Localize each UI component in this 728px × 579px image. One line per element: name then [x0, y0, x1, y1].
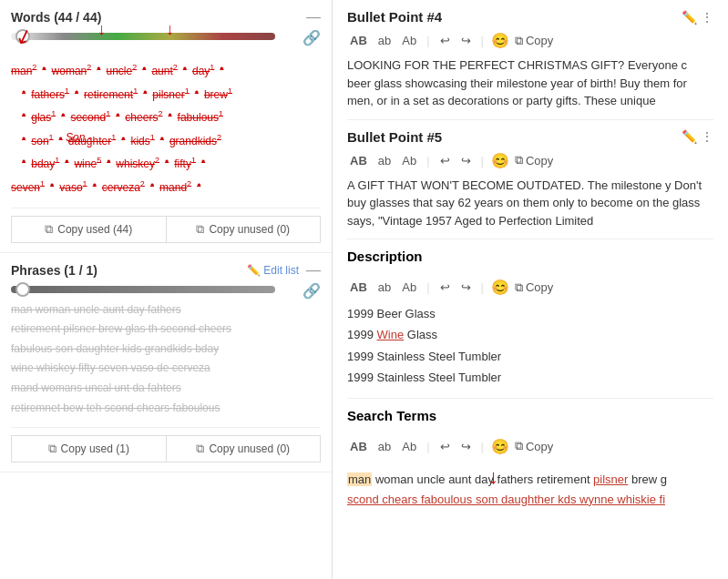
- bullet-4-actions: ✏️ ⋮: [682, 10, 713, 25]
- phrases-slider-thumb[interactable]: [15, 282, 30, 297]
- wine-link: Wine: [377, 328, 405, 341]
- words-copy-unused-btn[interactable]: ⧉ Copy unused (0): [166, 216, 322, 243]
- phrases-edit-btn[interactable]: ✏️ Edit list: [247, 264, 299, 277]
- copy-tool-btn-5[interactable]: ⧉ Copy: [515, 153, 553, 168]
- bullet-4-section: Bullet Point #4 ✏️ ⋮ AB ab Ab | ↩ ↪ | 😊 …: [347, 0, 713, 120]
- word-row-5: • bday1 • wine5 • whiskey2 • fifty1 •: [11, 153, 321, 175]
- phrases-link-icon[interactable]: 🔗: [302, 282, 321, 300]
- bullet-4-more-icon[interactable]: ⋮: [701, 10, 713, 25]
- phrase-item-2: retirement pilsner brew glas th second c…: [11, 320, 321, 340]
- emoji-btn-4[interactable]: 😊: [491, 32, 509, 49]
- bullet-4-title: Bullet Point #4: [347, 9, 442, 25]
- words-collapse-btn[interactable]: —: [306, 9, 321, 25]
- copy-tool-icon-5: ⧉: [515, 153, 523, 168]
- bullet-5-text: A GIFT THAT WON'T BECOME OUTDATED. The m…: [347, 177, 713, 230]
- search-format-title-btn[interactable]: Ab: [399, 438, 419, 455]
- desc-item-1: 1999 Beer Glass: [347, 303, 713, 324]
- word-woman: woman2: [52, 60, 92, 82]
- word-brew: brew1: [204, 84, 232, 106]
- desc-redo-btn[interactable]: ↪: [458, 279, 474, 296]
- copy-tool-btn-4[interactable]: ⧉ Copy: [515, 34, 553, 48]
- phrase-list: man woman uncle aunt day fathers retirem…: [11, 300, 321, 419]
- word-kids: kids1: [130, 130, 154, 152]
- word-list: man2 • woman2 • uncle2 • aunt2 • day1 • …: [11, 60, 321, 198]
- phrases-slider-track[interactable]: [11, 286, 275, 293]
- word-glas: glas1: [31, 107, 56, 128]
- bullet-4-edit-icon[interactable]: ✏️: [682, 10, 697, 25]
- bullet-4-header: Bullet Point #4 ✏️ ⋮: [347, 9, 713, 25]
- b5-format-title-btn[interactable]: Ab: [399, 152, 419, 169]
- bullet-5-edit-icon[interactable]: ✏️: [682, 129, 697, 144]
- desc-format-title-btn[interactable]: Ab: [399, 279, 419, 296]
- description-section: Description AB ab Ab | ↩ ↪ | 😊 ⧉ Copy 19…: [347, 239, 713, 399]
- words-copy-buttons: ⧉ Copy used (44) ⧉ Copy unused (0): [11, 208, 321, 243]
- desc-undo-btn[interactable]: ↩: [437, 279, 453, 296]
- word-whiskey: whiskey2: [116, 153, 159, 175]
- b5-format-caps-btn[interactable]: AB: [347, 152, 370, 169]
- format-ab-lower-btn[interactable]: ab: [375, 32, 394, 49]
- word-cerveza: cerveza2: [102, 177, 145, 198]
- phrases-title: Phrases (1 / 1): [11, 263, 97, 278]
- word-retirement: retirement1: [84, 84, 138, 106]
- emoji-btn-5[interactable]: 😊: [491, 152, 509, 169]
- desc-item-3: 1999 Stainless Steel Tumbler: [347, 346, 713, 367]
- bullet-5-actions: ✏️ ⋮: [682, 129, 713, 144]
- desc-format-lower-btn[interactable]: ab: [375, 279, 394, 296]
- description-title: Description: [347, 249, 423, 264]
- desc-item-2: 1999 Wine Glass: [347, 324, 713, 345]
- search-underline-pilsner: pilsner: [593, 472, 628, 486]
- word-second: second1: [70, 107, 110, 128]
- search-terms-header: Search Terms: [347, 408, 713, 431]
- description-toolbar: AB ab Ab | ↩ ↪ | 😊 ⧉ Copy: [347, 279, 713, 296]
- word-row-6: seven1 • vaso1 • cerveza2 • mand2 •: [11, 177, 321, 198]
- word-row-1: man2 • woman2 • uncle2 • aunt2 • day1 •: [11, 60, 321, 82]
- desc-format-caps-btn[interactable]: AB: [347, 279, 370, 296]
- words-slider-track[interactable]: [11, 33, 275, 40]
- word-fabulous: fabulous1: [178, 107, 223, 128]
- bullet-5-more-icon[interactable]: ⋮: [701, 129, 713, 144]
- phrases-copy-unused-btn[interactable]: ⧉ Copy unused (0): [166, 435, 322, 462]
- phrases-collapse-btn[interactable]: —: [306, 262, 321, 279]
- right-panel: Bullet Point #4 ✏️ ⋮ AB ab Ab | ↩ ↪ | 😊 …: [333, 0, 728, 579]
- format-ab-title-btn[interactable]: Ab: [399, 32, 419, 49]
- copy-tool-btn-search[interactable]: ⧉ Copy: [515, 439, 553, 453]
- copy-tool-btn-desc[interactable]: ⧉ Copy: [515, 280, 553, 295]
- copy-tool-icon-4: ⧉: [515, 34, 523, 48]
- b5-redo-btn[interactable]: ↪: [458, 152, 474, 169]
- search-undo-btn[interactable]: ↩: [437, 438, 453, 455]
- phrases-header: Phrases (1 / 1) ✏️ Edit list —: [11, 262, 321, 279]
- arrow3: ↙: [12, 23, 36, 51]
- phrases-copy-used-btn[interactable]: ⧉ Copy used (1): [11, 435, 166, 462]
- words-section: Words (44 / 44) — 🔗 ↓ ↓ ↙ man2 • woman: [0, 0, 332, 253]
- words-link-icon[interactable]: 🔗: [302, 29, 321, 46]
- son-label: Son -: [66, 128, 92, 148]
- b5-undo-btn[interactable]: ↩: [437, 152, 453, 169]
- word-fifty: fifty1: [174, 153, 196, 175]
- phrase-item-1: man woman uncle aunt day fathers: [11, 300, 321, 320]
- desc-item-4: 1999 Stainless Steel Tumbler: [347, 367, 713, 388]
- word-pilsner: pilsner1: [152, 84, 189, 106]
- emoji-btn-desc[interactable]: 😊: [491, 279, 509, 296]
- emoji-btn-search[interactable]: 😊: [491, 438, 509, 455]
- search-format-lower-btn[interactable]: ab: [375, 438, 394, 455]
- words-copy-used-btn[interactable]: ⧉ Copy used (44): [11, 216, 166, 243]
- phrase-item-4: wine whiskey fifty seven vaso de cerveza: [11, 359, 321, 379]
- phrases-copy-buttons: ⧉ Copy used (1) ⧉ Copy unused (0): [11, 427, 321, 462]
- word-row-3: • glas1 • second1 • cheers2 • fabulous1: [11, 107, 321, 128]
- word-row-4: • son1 • daughter1 • kids1 • grandkids2 …: [11, 130, 321, 152]
- bullet-4-text: LOOKING FOR THE PERFECT CHRISTMAS GIFT? …: [347, 56, 713, 110]
- search-format-caps-btn[interactable]: AB: [347, 438, 370, 455]
- word-grandkids: grandkids2: [169, 130, 221, 152]
- b5-format-lower-btn[interactable]: ab: [375, 152, 394, 169]
- undo-btn[interactable]: ↩: [437, 32, 453, 49]
- search-redo-btn[interactable]: ↪: [458, 438, 474, 455]
- copy-tool-icon-desc: ⧉: [515, 280, 523, 295]
- phrase-item-3: fabulous son daughter kids grandkids bda…: [11, 340, 321, 360]
- word-uncle: uncle2: [106, 60, 137, 82]
- copy-unused-icon: ⧉: [196, 222, 204, 237]
- redo-btn[interactable]: ↪: [458, 32, 474, 49]
- format-ab-caps-btn[interactable]: AB: [347, 32, 370, 49]
- bullet-5-title: Bullet Point #5: [347, 129, 442, 145]
- word-mand: mand2: [159, 177, 191, 198]
- search-highlight-man: man: [347, 472, 372, 486]
